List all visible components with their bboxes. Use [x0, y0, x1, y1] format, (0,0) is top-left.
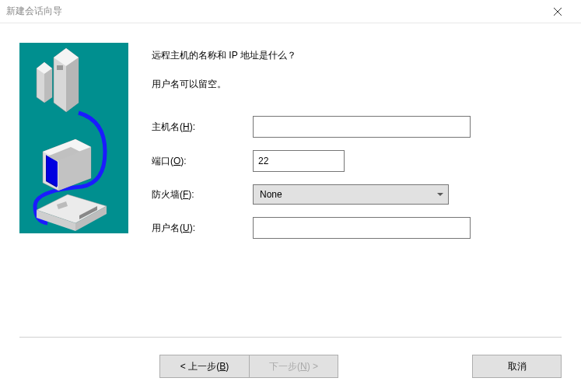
back-button[interactable]: < 上一步(B)	[159, 355, 249, 378]
intro-heading: 远程主机的名称和 IP 地址是什么？	[152, 49, 562, 62]
network-computer-icon	[19, 43, 128, 233]
port-input[interactable]	[253, 150, 345, 172]
chevron-down-icon	[437, 193, 443, 196]
firewall-selected-value: None	[260, 189, 282, 200]
nav-button-group: < 上一步(B) 下一步(N) >	[159, 355, 338, 378]
close-icon	[554, 8, 562, 16]
button-row: < 上一步(B) 下一步(N) > 取消	[0, 355, 581, 378]
next-button[interactable]: 下一步(N) >	[249, 355, 338, 378]
intro-sub: 用户名可以留空。	[152, 78, 562, 91]
svg-marker-4	[44, 68, 52, 103]
close-button[interactable]	[540, 1, 575, 23]
separator	[19, 337, 562, 338]
firewall-select[interactable]: None	[253, 184, 449, 205]
row-port: 端口(O):	[152, 150, 562, 172]
wizard-graphic	[19, 43, 128, 233]
window-title: 新建会话向导	[6, 5, 540, 18]
form-area: 远程主机的名称和 IP 地址是什么？ 用户名可以留空。 主机名(H): 端口(O…	[128, 43, 562, 327]
hostname-label: 主机名(H):	[152, 121, 253, 134]
row-firewall: 防火墙(F): None	[152, 184, 562, 205]
port-label: 端口(O):	[152, 155, 253, 168]
cancel-button[interactable]: 取消	[472, 355, 562, 378]
row-username: 用户名(U):	[152, 217, 562, 239]
username-label: 用户名(U):	[152, 222, 253, 235]
username-input[interactable]	[253, 217, 471, 239]
row-hostname: 主机名(H):	[152, 116, 562, 138]
hostname-input[interactable]	[253, 116, 471, 138]
svg-marker-7	[66, 58, 79, 112]
dialog-body: 远程主机的名称和 IP 地址是什么？ 用户名可以留空。 主机名(H): 端口(O…	[0, 23, 581, 327]
svg-rect-8	[57, 65, 63, 70]
firewall-label: 防火墙(F):	[152, 188, 253, 201]
titlebar: 新建会话向导	[0, 0, 581, 23]
